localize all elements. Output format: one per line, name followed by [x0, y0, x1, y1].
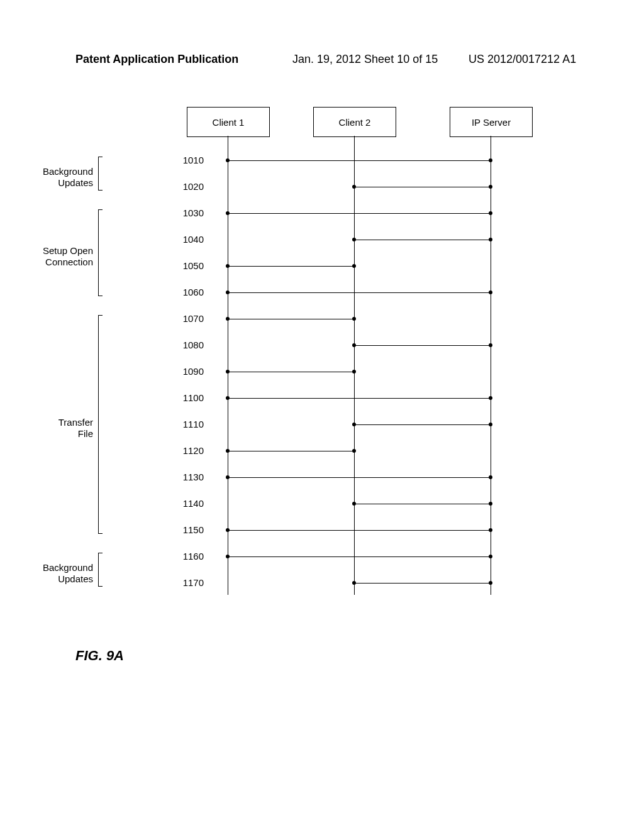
figure-label: FIG. 9A [75, 648, 124, 664]
message-number: 1010 [179, 155, 204, 165]
message-endpoint [489, 290, 492, 294]
message-endpoint [226, 396, 230, 400]
message-number: 1110 [179, 419, 204, 429]
message-number: 1050 [179, 260, 204, 271]
message-endpoint [352, 185, 356, 189]
message-number: 1170 [179, 577, 204, 588]
phase-label: TransferFile [30, 417, 93, 440]
message-endpoint [352, 343, 356, 347]
message-endpoint [489, 185, 492, 189]
message-line [228, 292, 491, 293]
message-endpoint [489, 475, 492, 479]
message-line [228, 266, 354, 267]
header-right: US 2012/0017212 A1 [469, 53, 576, 66]
message-line [228, 451, 354, 451]
participant-client1: Client 1 [187, 107, 270, 137]
message-endpoint [489, 396, 492, 400]
message-endpoint [489, 555, 492, 558]
message-endpoint [352, 502, 356, 506]
header-left: Patent Application Publication [75, 53, 238, 66]
message-endpoint [352, 449, 356, 453]
message-number: 1130 [179, 472, 204, 482]
message-endpoint [226, 370, 230, 374]
message-line [354, 504, 491, 504]
message-line [228, 319, 354, 319]
lifeline-server [491, 136, 491, 595]
message-line [228, 213, 491, 214]
header-mid: Jan. 19, 2012 Sheet 10 of 15 [292, 53, 438, 66]
message-number: 1070 [179, 313, 204, 324]
message-endpoint [226, 317, 230, 321]
phase-bracket [98, 315, 103, 534]
message-number: 1090 [179, 366, 204, 377]
page: Patent Application Publication Jan. 19, … [0, 0, 644, 830]
message-number: 1040 [179, 234, 204, 245]
message-endpoint [489, 502, 492, 506]
message-endpoint [489, 158, 492, 162]
message-line [228, 477, 491, 478]
sequence-diagram: Client 1Client 2IP Server101010201030104… [75, 107, 572, 610]
message-endpoint [489, 343, 492, 347]
message-endpoint [352, 581, 356, 585]
message-endpoint [489, 528, 492, 532]
phase-bracket [98, 209, 103, 296]
message-line [228, 398, 491, 399]
message-endpoint [489, 423, 492, 426]
message-line [228, 530, 491, 531]
message-endpoint [489, 211, 492, 215]
message-endpoint [226, 290, 230, 294]
participant-client2: Client 2 [313, 107, 396, 137]
phase-bracket [98, 553, 103, 587]
message-line [354, 187, 491, 187]
message-endpoint [226, 158, 230, 162]
message-endpoint [352, 264, 356, 268]
lifeline-client1 [228, 136, 228, 595]
message-number: 1120 [179, 445, 204, 456]
message-line [354, 424, 491, 425]
message-endpoint [226, 211, 230, 215]
message-number: 1150 [179, 524, 204, 535]
participant-server: IP Server [450, 107, 533, 137]
phase-label: Setup OpenConnection [30, 245, 93, 268]
message-line [228, 372, 354, 372]
message-endpoint [489, 581, 492, 585]
message-endpoint [352, 317, 356, 321]
phase-bracket [98, 157, 103, 191]
message-endpoint [226, 264, 230, 268]
message-line [354, 583, 491, 584]
message-endpoint [226, 555, 230, 558]
message-endpoint [226, 475, 230, 479]
message-number: 1060 [179, 287, 204, 297]
message-endpoint [226, 528, 230, 532]
message-line [354, 345, 491, 346]
message-number: 1020 [179, 181, 204, 192]
message-endpoint [489, 238, 492, 241]
message-number: 1100 [179, 392, 204, 403]
message-number: 1080 [179, 340, 204, 350]
message-line [354, 240, 491, 240]
message-number: 1030 [179, 208, 204, 218]
message-endpoint [226, 449, 230, 453]
message-number: 1140 [179, 498, 204, 509]
phase-label: BackgroundUpdates [30, 166, 93, 189]
message-line [228, 160, 491, 161]
message-endpoint [352, 370, 356, 374]
message-endpoint [352, 238, 356, 241]
message-number: 1160 [179, 551, 204, 562]
lifeline-client2 [354, 136, 355, 595]
message-endpoint [352, 423, 356, 426]
phase-label: BackgroundUpdates [30, 562, 93, 585]
message-line [228, 556, 491, 557]
